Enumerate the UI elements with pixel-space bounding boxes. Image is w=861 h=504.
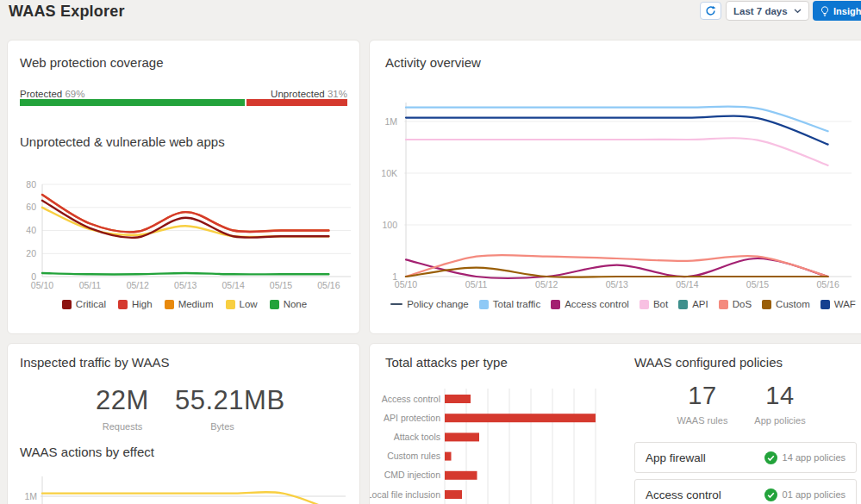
legend-item-total-traffic[interactable]: Total traffic [479, 299, 540, 309]
bar-local-file-inclusion [445, 490, 462, 499]
legend-label: Custom [776, 299, 810, 309]
protected-percent: 69% [65, 89, 84, 99]
policy-status: 14 app policies [764, 451, 845, 464]
insights-button[interactable]: Insights (2 [813, 1, 861, 21]
policy-status: 01 app policies [764, 488, 845, 501]
legend-item-access-control[interactable]: Access control [551, 299, 629, 309]
actions-title: WAAS actions by effect [20, 445, 154, 459]
legend-swatch [226, 300, 235, 309]
attacks-and-policies-card: Total attacks per type Access controlAPI… [369, 343, 861, 504]
legend-item-none[interactable]: None [270, 299, 308, 309]
svg-text:05/13: 05/13 [174, 280, 197, 290]
legend-label: Access control [565, 299, 629, 309]
svg-text:05/11: 05/11 [465, 279, 488, 289]
bar-api-protection [445, 414, 596, 422]
legend-item-dos[interactable]: DoS [719, 299, 752, 309]
series-bot [406, 138, 828, 165]
activity-overview-chart: 1M10K100105/1005/1105/1205/1305/1405/150… [382, 87, 861, 294]
legend-item-waf[interactable]: WAF [820, 299, 856, 309]
check-circle-icon [764, 451, 777, 464]
waas-explorer-dashboard: { "header": { "title": "WAAS Explorer", … [0, 0, 861, 504]
web-protection-coverage-card: Web protection coverage Protected 69% Un… [7, 40, 360, 334]
legend-label: Total traffic [493, 299, 540, 309]
legend-label: High [132, 299, 153, 309]
unprotected-percent: 31% [328, 89, 347, 99]
vulnerable-title: Unprotected & vulnerable web apps [20, 134, 225, 149]
svg-text:10K: 10K [382, 168, 397, 178]
activity-title: Activity overview [385, 55, 481, 70]
svg-text:Local file inclusion: Local file inclusion [370, 489, 440, 500]
time-range-dropdown[interactable]: Last 7 days [726, 1, 809, 21]
chevron-down-icon [794, 9, 802, 14]
legend-swatch [270, 300, 279, 309]
bytes-stat: 55.21MB Bytes [175, 385, 270, 432]
legend-swatch [719, 300, 728, 309]
legend-label: Bot [653, 299, 668, 309]
time-range-value: Last 7 days [733, 6, 788, 16]
bytes-label: Bytes [175, 421, 270, 432]
inspected-traffic-card: Inspected traffic by WAAS 22M Requests 5… [7, 343, 360, 504]
check-circle-icon [764, 488, 777, 501]
bytes-value: 55.21MB [175, 385, 270, 416]
svg-text:05/14: 05/14 [221, 280, 244, 290]
svg-text:05/16: 05/16 [317, 280, 340, 290]
lightbulb-icon [820, 6, 829, 16]
series-none [42, 273, 328, 274]
legend-swatch [820, 300, 830, 309]
svg-text:1M: 1M [24, 491, 37, 501]
legend-swatch [165, 300, 174, 309]
policy-status-text: 14 app policies [783, 452, 845, 463]
coverage-labels: Protected 69% Unprotected 31% [20, 89, 347, 99]
refresh-button[interactable] [700, 2, 721, 20]
legend-swatch [640, 300, 649, 309]
svg-text:100: 100 [382, 220, 397, 230]
legend-item-critical[interactable]: Critical [62, 299, 106, 309]
series-total-traffic [406, 106, 828, 131]
legend-label: Low [240, 299, 258, 309]
policy-row-app-firewall[interactable]: App firewall 14 app policies [634, 442, 857, 473]
svg-text:05/15: 05/15 [746, 279, 769, 289]
policy-name: Access control [646, 488, 721, 501]
page-title: WAAS Explorer [9, 3, 125, 21]
svg-text:80: 80 [26, 179, 36, 190]
legend-label: Policy change [407, 299, 469, 309]
inspected-title: Inspected traffic by WAAS [20, 355, 169, 370]
activity-chart-legend: Policy changeTotal trafficAccess control… [382, 299, 861, 309]
vulnerable-chart-legend: CriticalHighMediumLowNone [20, 299, 349, 309]
insights-label: Insights (2 [833, 6, 861, 16]
coverage-title: Web protection coverage [20, 55, 164, 70]
legend-label: API [692, 299, 708, 309]
unprotected-label: Unprotected 31% [271, 89, 347, 99]
bar-access-control [445, 395, 471, 403]
legend-swatch [118, 300, 128, 309]
legend-swatch [479, 300, 489, 309]
legend-item-medium[interactable]: Medium [165, 299, 214, 309]
legend-item-bot[interactable]: Bot [640, 299, 668, 309]
legend-item-custom[interactable]: Custom [762, 299, 810, 309]
app-policies-value: 14 [733, 382, 827, 410]
legend-swatch [678, 300, 688, 309]
svg-text:Custom rules: Custom rules [387, 451, 440, 461]
bar-custom-rules [445, 452, 452, 461]
protected-label: Protected 69% [20, 89, 84, 99]
policy-row-access-control[interactable]: Access control 01 app policies [634, 479, 857, 504]
legend-label: WAF [834, 299, 856, 309]
svg-text:05/12: 05/12 [535, 279, 558, 289]
svg-text:05/10: 05/10 [31, 280, 53, 290]
attacks-title: Total attacks per type [385, 355, 508, 370]
svg-text:60: 60 [26, 202, 36, 212]
coverage-stacked-bar [20, 99, 347, 106]
svg-text:Attack tools: Attack tools [394, 432, 440, 442]
legend-item-policy-change[interactable]: Policy change [390, 299, 469, 309]
app-policies-stat: 14 App policies [733, 382, 827, 426]
legend-item-api[interactable]: API [678, 299, 708, 309]
legend-item-low[interactable]: Low [226, 299, 258, 309]
legend-item-high[interactable]: High [118, 299, 153, 309]
app-policies-label: App policies [733, 415, 827, 426]
vulnerable-web-apps-chart: 02040608005/1005/1105/1205/1305/1405/150… [20, 171, 361, 299]
svg-text:API protection: API protection [384, 413, 440, 423]
svg-text:20: 20 [26, 248, 36, 258]
legend-swatch [62, 300, 72, 309]
requests-stat: 22M Requests [75, 385, 170, 432]
svg-text:CMD injection: CMD injection [384, 470, 441, 480]
